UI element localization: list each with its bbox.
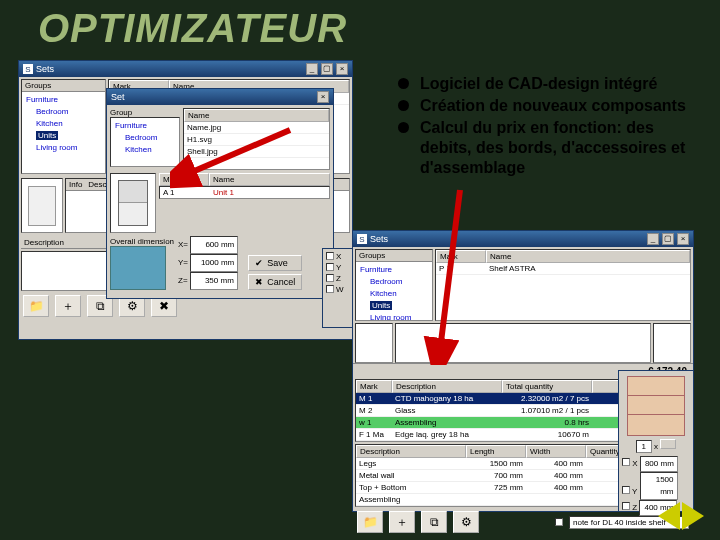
preview-panel: 1 x X 800 mm Y 1500 mm Z 400 mm xyxy=(618,370,694,512)
note-check[interactable] xyxy=(555,518,563,526)
qty-input[interactable]: 1 xyxy=(636,440,652,453)
col[interactable]: Length xyxy=(466,445,526,458)
groups-header: Groups xyxy=(359,251,385,260)
maximize-button[interactable]: ▢ xyxy=(321,63,333,75)
tool-folder-icon[interactable]: 📁 xyxy=(23,295,49,317)
col[interactable]: Description xyxy=(356,445,466,458)
tool-icon[interactable]: ⧉ xyxy=(421,511,447,533)
mark-col: Mark xyxy=(159,173,209,186)
mark-input[interactable]: A 1 xyxy=(160,187,210,198)
info-header: Info xyxy=(69,180,82,189)
next-button[interactable] xyxy=(682,502,704,530)
tree-item[interactable]: Kitchen xyxy=(26,118,101,130)
col-name[interactable]: Name xyxy=(184,109,329,122)
col-name[interactable]: Name xyxy=(486,250,690,263)
preview-icon xyxy=(118,180,148,226)
minimize-button[interactable]: _ xyxy=(647,233,659,245)
tool-icon[interactable]: ⚙ xyxy=(453,511,479,533)
window-title: Sets xyxy=(36,64,54,74)
col[interactable]: Width xyxy=(526,445,586,458)
dialog-close-button[interactable]: × xyxy=(317,91,329,103)
save-button[interactable]: ✔Save xyxy=(248,255,302,271)
maximize-button[interactable]: ▢ xyxy=(662,233,674,245)
thumb-icon-2 xyxy=(653,323,691,363)
group-label: Group xyxy=(110,108,180,117)
window-title-2: Sets xyxy=(370,234,388,244)
col-mark[interactable]: Mark xyxy=(436,250,486,263)
tree-root[interactable]: Furniture xyxy=(26,94,101,106)
side-x-input[interactable]: 800 mm xyxy=(640,456,678,472)
tree-item-selected[interactable]: Units xyxy=(360,300,428,312)
w-check[interactable] xyxy=(326,285,334,293)
x-check[interactable] xyxy=(622,458,630,466)
app-icon: S xyxy=(23,64,33,74)
set-dialog: Set × Group Furniture Bedroom Kitchen Na… xyxy=(106,88,334,299)
bullet-list: Logiciel de CAD-design intégré Création … xyxy=(358,74,698,180)
cancel-button[interactable]: ✖Cancel xyxy=(248,274,302,290)
lbl: Z xyxy=(632,503,637,512)
stepper-icon[interactable] xyxy=(660,439,676,449)
col[interactable]: Description xyxy=(392,380,502,393)
tree-item[interactable]: Bedroom xyxy=(360,276,428,288)
x-check[interactable] xyxy=(326,252,334,260)
shelf-icon xyxy=(627,376,685,436)
side-y-input[interactable]: 1500 mm xyxy=(640,472,678,500)
x-input[interactable]: 600 mm xyxy=(190,236,238,254)
z-check[interactable] xyxy=(622,502,630,510)
thumb-icon xyxy=(355,323,393,363)
tree-item[interactable]: Bedroom xyxy=(26,106,101,118)
dimension-label: Overall dimension xyxy=(110,237,174,246)
w-lbl: W xyxy=(336,285,344,294)
y-input[interactable]: 1000 mm xyxy=(190,254,238,272)
z-lbl: Z xyxy=(336,274,341,283)
tree-root[interactable]: Furniture xyxy=(115,120,175,132)
titlebar-2[interactable]: S Sets _ ▢ × xyxy=(353,231,693,247)
dialog-titlebar[interactable]: Set × xyxy=(107,89,333,105)
list-item[interactable]: Shell.jpg xyxy=(184,146,221,157)
cancel-icon: ✖ xyxy=(255,277,263,287)
close-button[interactable]: × xyxy=(677,233,689,245)
bullet-item: Création de nouveaux composants xyxy=(398,96,698,116)
col[interactable]: Total quantity xyxy=(502,380,592,393)
y-check[interactable] xyxy=(326,263,334,271)
y-check[interactable] xyxy=(622,486,630,494)
bullet-item: Calcul du prix en fonction: des debits, … xyxy=(398,118,698,178)
x-label: X= xyxy=(178,240,188,249)
bullet-item: Logiciel de CAD-design intégré xyxy=(398,74,698,94)
tree-root[interactable]: Furniture xyxy=(360,264,428,276)
name-col: Name xyxy=(209,173,330,186)
list-item[interactable]: Name.jpg xyxy=(184,122,224,133)
close-button[interactable]: × xyxy=(336,63,348,75)
tree-item[interactable]: Kitchen xyxy=(115,144,175,156)
z-input[interactable]: 350 mm xyxy=(190,272,238,290)
tree-view[interactable]: Furniture Bedroom Kitchen Units Living r… xyxy=(22,92,105,156)
name-input[interactable]: Unit 1 xyxy=(210,187,329,198)
cell[interactable]: P 1 xyxy=(436,263,486,274)
y-lbl: Y xyxy=(336,263,341,272)
tree-item[interactable]: Living room xyxy=(26,142,101,154)
z-check[interactable] xyxy=(326,274,334,282)
tree-item-selected[interactable]: Units xyxy=(26,130,101,142)
tree-item[interactable]: Living room xyxy=(360,312,428,321)
titlebar[interactable]: S Sets _ ▢ × xyxy=(19,61,352,77)
lbl: Y xyxy=(632,487,637,496)
y-label: Y= xyxy=(178,258,188,267)
desc-label: Description xyxy=(24,238,64,247)
tool-icon[interactable]: 📁 xyxy=(357,511,383,533)
tree-item[interactable]: Bedroom xyxy=(115,132,175,144)
col[interactable]: Mark xyxy=(356,380,392,393)
tool-icon[interactable]: ＋ xyxy=(389,511,415,533)
prev-button[interactable] xyxy=(658,502,680,530)
list-item[interactable]: H1.svg xyxy=(184,134,215,145)
save-icon: ✔ xyxy=(255,258,263,268)
tool-add-icon[interactable]: ＋ xyxy=(55,295,81,317)
cube-icon xyxy=(110,246,166,290)
app-icon: S xyxy=(357,234,367,244)
info-pane xyxy=(395,323,651,363)
x-label: x xyxy=(654,442,658,451)
page-title: OPTIMIZATEUR xyxy=(38,6,347,51)
minimize-button[interactable]: _ xyxy=(306,63,318,75)
tree-item[interactable]: Kitchen xyxy=(360,288,428,300)
cell[interactable]: Shelf ASTRA xyxy=(486,263,539,274)
thumbnail-icon xyxy=(28,186,56,226)
